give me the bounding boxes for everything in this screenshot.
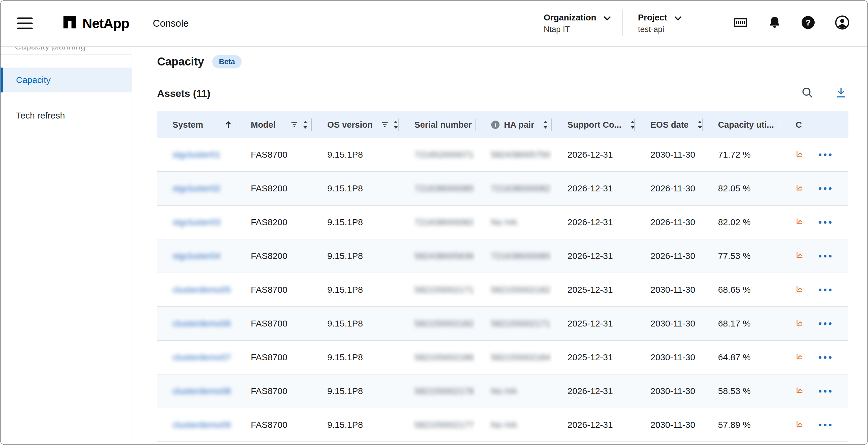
table-row: stgcluster04 FAS8200 9.15.1P8 5824380056… <box>157 239 848 273</box>
capacity-utilization-cell: 58.53 % <box>703 374 780 408</box>
ha-pair-cell: No HA <box>475 205 552 239</box>
sort-icon <box>393 120 399 129</box>
support-contract-cell: 2026-12-31 <box>552 205 635 239</box>
serial-number-cell: 582438005636 <box>399 239 475 273</box>
os-version-cell: 9.15.1P8 <box>312 138 399 171</box>
column-header-ha-pair[interactable]: i HA pair <box>475 112 552 138</box>
capacity-trend-button[interactable] <box>796 150 803 160</box>
assets-table-body: stgcluster01 FAS8700 9.15.1P8 7216520000… <box>157 138 848 442</box>
download-button[interactable] <box>835 86 847 101</box>
system-cell: clusterdemo05 <box>157 273 236 307</box>
model-cell: FAS8700 <box>236 138 312 171</box>
sidebar-item-partial[interactable]: Capacity planning <box>1 47 132 54</box>
system-link[interactable]: clusterdemo08 <box>173 386 231 396</box>
system-link[interactable]: clusterdemo05 <box>173 285 231 294</box>
row-actions-menu-icon[interactable] <box>816 151 834 159</box>
hamburger-menu-button[interactable] <box>17 18 33 29</box>
table-row: clusterdemo09 FAS8700 9.15.1P8 582155002… <box>157 408 848 442</box>
row-actions-menu-icon[interactable] <box>816 421 834 429</box>
help-button[interactable]: ? <box>801 15 815 32</box>
row-actions-menu-icon[interactable] <box>816 252 834 260</box>
capacity-trend-icon <box>796 285 803 295</box>
cli-console-button[interactable] <box>733 15 748 32</box>
capacity-trend-icon <box>796 319 803 328</box>
capacity-trend-button[interactable] <box>796 353 803 362</box>
sidebar-item-label: Capacity <box>16 75 51 85</box>
row-actions-menu-icon[interactable] <box>816 354 834 361</box>
capacity-trend-button[interactable] <box>796 184 803 193</box>
organization-value: Ntap IT <box>544 25 614 34</box>
column-header-system[interactable]: System <box>157 112 236 138</box>
row-actions-menu-icon[interactable] <box>816 185 834 192</box>
model-cell: FAS8200 <box>236 205 312 239</box>
search-button[interactable] <box>801 86 813 101</box>
capacity-trend-button[interactable] <box>796 218 803 227</box>
column-header-truncated[interactable]: C <box>780 112 848 138</box>
capacity-trend-icon <box>796 353 803 362</box>
capacity-trend-button[interactable] <box>796 285 803 295</box>
eos-date-cell: 2026-11-30 <box>635 171 703 205</box>
support-contract-cell: 2026-12-31 <box>552 138 635 171</box>
eos-date-cell: 2030-11-30 <box>635 374 703 408</box>
terminal-icon <box>733 15 748 32</box>
system-link[interactable]: stgcluster02 <box>173 183 221 193</box>
column-header-capacity-utilization[interactable]: Capacity uti... <box>703 112 780 138</box>
row-actions-cell <box>780 374 848 408</box>
svg-text:i: i <box>494 122 496 128</box>
top-header: NetApp Console Organization Ntap IT Proj… <box>1 1 867 47</box>
column-header-os-version[interactable]: OS version <box>312 112 399 138</box>
support-contract-cell: 2026-12-31 <box>552 408 635 442</box>
system-link[interactable]: stgcluster04 <box>173 251 221 261</box>
table-row: stgcluster01 FAS8700 9.15.1P8 7216520000… <box>157 138 848 171</box>
system-link[interactable]: clusterdemo07 <box>173 352 231 362</box>
ha-pair-cell: 582155002184 <box>475 341 552 374</box>
organization-picker[interactable]: Organization Ntap IT <box>544 13 614 34</box>
system-link[interactable]: clusterdemo06 <box>173 318 231 328</box>
model-cell: FAS8700 <box>236 307 312 341</box>
bell-icon <box>768 16 781 31</box>
capacity-trend-button[interactable] <box>796 251 803 261</box>
os-version-cell: 9.15.1P8 <box>312 374 399 408</box>
header-divider <box>622 10 623 36</box>
sidebar-divider <box>1 54 132 55</box>
account-button[interactable] <box>835 15 849 32</box>
notifications-button[interactable] <box>768 16 781 31</box>
support-contract-cell: 2025-12-31 <box>552 341 635 374</box>
system-cell: clusterdemo07 <box>157 341 236 374</box>
system-cell: clusterdemo06 <box>157 307 236 341</box>
row-actions-menu-icon[interactable] <box>816 219 834 226</box>
capacity-trend-icon <box>796 251 803 261</box>
project-picker[interactable]: Project test-api <box>638 13 708 34</box>
eos-date-cell: 2026-11-30 <box>635 205 703 239</box>
row-actions-cell <box>780 205 848 239</box>
system-link[interactable]: clusterdemo09 <box>173 420 231 430</box>
capacity-trend-button[interactable] <box>796 386 803 396</box>
organization-label: Organization <box>544 13 596 23</box>
capacity-trend-button[interactable] <box>796 420 803 430</box>
svg-text:?: ? <box>805 18 810 27</box>
table-row: clusterdemo07 FAS8700 9.15.1P8 582155002… <box>157 341 848 374</box>
row-actions-menu-icon[interactable] <box>816 387 834 395</box>
row-actions-menu-icon[interactable] <box>816 286 834 294</box>
model-cell: FAS8200 <box>236 239 312 273</box>
row-actions-menu-icon[interactable] <box>816 320 834 327</box>
column-header-model[interactable]: Model <box>236 112 312 138</box>
system-link[interactable]: stgcluster03 <box>173 217 221 227</box>
sidebar-item-capacity[interactable]: Capacity <box>1 68 132 92</box>
os-version-cell: 9.15.1P8 <box>312 239 399 273</box>
capacity-trend-button[interactable] <box>796 319 803 328</box>
row-actions-cell <box>780 138 848 171</box>
column-header-support-contract[interactable]: Support Co... <box>552 112 635 138</box>
filter-icon <box>290 121 298 129</box>
table-row: stgcluster02 FAS8200 9.15.1P8 7216380000… <box>157 171 848 205</box>
ha-pair-cell: 582155002171 <box>475 307 552 341</box>
system-link[interactable]: stgcluster01 <box>173 150 221 159</box>
sidebar-item-tech-refresh[interactable]: Tech refresh <box>1 103 132 128</box>
eos-date-cell: 2030-11-30 <box>635 408 703 442</box>
serial-number-cell: 582155002186 <box>399 341 475 374</box>
support-contract-cell: 2025-12-31 <box>552 273 635 307</box>
support-contract-cell: 2026-12-31 <box>552 374 635 408</box>
column-header-eos-date[interactable]: EOS date <box>635 112 703 138</box>
capacity-trend-icon <box>796 150 803 160</box>
column-header-serial-number[interactable]: Serial number <box>399 112 475 138</box>
